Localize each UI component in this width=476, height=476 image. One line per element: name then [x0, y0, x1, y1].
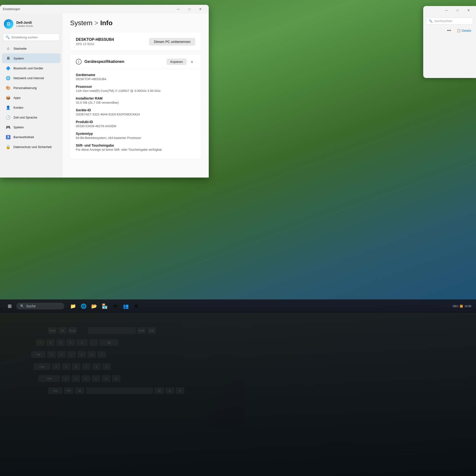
sidebar-item-label: Barrierefreiheit — [14, 135, 34, 139]
sidebar-item-netzwerk[interactable]: 🌐 Netzwerk und Internet — [2, 73, 60, 83]
spec-label-systemtyp: Systemtyp — [76, 132, 195, 136]
key — [88, 327, 136, 334]
taskbar-right: DEU 📶 14:30 — [453, 305, 471, 308]
sidebar-item-system[interactable]: 🖥 System — [2, 53, 60, 63]
taskbar-explorer-icon[interactable]: 📂 — [89, 301, 99, 311]
sidebar-item-personalisierung[interactable]: 🎨 Personalisierung — [2, 83, 60, 93]
search-icon: 🔍 — [429, 19, 433, 23]
clock: 14:30 — [464, 305, 471, 307]
language-indicator: DEU — [453, 305, 458, 307]
settings-window: Einstellungen — □ ✕ D Dell-Jordi — [0, 5, 209, 178]
sidebar-item-konten[interactable]: 👤 Konten — [2, 103, 60, 112]
sidebar-user[interactable]: D Dell-Jordi Lokales Konto — [0, 16, 62, 34]
info-icon: i — [76, 59, 82, 65]
maximize-button[interactable]: □ — [184, 5, 195, 13]
second-toolbar: ••• 📋 Details — [426, 27, 473, 34]
rename-pc-button[interactable]: Diesen PC umbenennen — [149, 38, 195, 46]
key: Shift — [38, 375, 60, 382]
main-content: System > Info DESKTOP-HBSSUB4 XPS 13 931… — [62, 14, 209, 178]
key: d — [72, 363, 81, 370]
spec-row-produktid: Produkt-ID 00330-53439-46278-AAOEM — [76, 120, 195, 128]
sidebar-search[interactable]: 🔍 — [3, 34, 60, 41]
sidebar-item-label: Apps — [14, 96, 21, 100]
taskbar: ⊞ 🔍 Suche 📁 🌐 📂 🏪 ✉ 👥 ⚙ DEU 📶 14:30 — [0, 299, 476, 313]
spec-row-geraeteid: Geräte-ID 32DB7AE7-3322-46A6-91E8-E62FD6… — [76, 108, 195, 116]
key: Druck — [48, 327, 57, 334]
sidebar-item-spielen[interactable]: 🎮 Spielen — [2, 122, 60, 132]
copy-specs-button[interactable]: Kopieren — [167, 59, 187, 65]
avatar: D — [4, 19, 14, 29]
device-info: DESKTOP-HBSSUB4 XPS 13 9310 — [76, 37, 114, 46]
sidebar-item-label: Netzwerk und Internet — [14, 76, 44, 80]
key: u — [57, 351, 66, 358]
spec-value-prozessor: 11th Gen Intel(R) Core(TM) i7-1185G7 @ 3… — [76, 89, 195, 93]
search-input[interactable] — [12, 35, 57, 39]
key: Tab — [31, 351, 46, 358]
key: b — [102, 375, 110, 382]
sidebar-item-bluetooth[interactable]: 🔷 Bluetooth und Geräte — [2, 63, 60, 73]
second-search-bar[interactable]: 🔍 durchsuchen — [426, 17, 473, 24]
konten-icon: 👤 — [6, 105, 11, 110]
specs-title: i Gerätespezifikationen — [76, 59, 124, 65]
sidebar: D Dell-Jordi Lokales Konto 🔍 ⌂ Startseit… — [0, 14, 62, 178]
spec-value-ram: 32,0 GB (31,7 GB verwendbar) — [76, 101, 195, 104]
second-maximize-button[interactable]: □ — [452, 6, 463, 14]
close-button[interactable]: ✕ — [195, 5, 206, 13]
spacebar-key — [86, 387, 153, 394]
collapse-specs-button[interactable]: ∧ — [188, 58, 195, 65]
spec-value-systemtyp: 64-Bit-Betriebssystem, x64-basierter Pro… — [76, 136, 195, 140]
taskbar-teams-icon[interactable]: 👥 — [121, 301, 131, 311]
user-account-type: Lokales Konto — [16, 24, 33, 27]
second-window-titlebar: — □ ✕ — [423, 6, 476, 15]
second-minimize-button[interactable]: — — [441, 6, 452, 14]
sidebar-item-datenschutz[interactable]: 🔒 Datenschutz und Sicherheit — [2, 142, 60, 152]
breadcrumb: System > Info — [70, 19, 113, 27]
window-titlebar: Einstellungen — □ ✕ — [0, 5, 209, 14]
specs-section: i Gerätespezifikationen Kopieren ∧ Gerät… — [70, 54, 201, 159]
key: Caps — [34, 363, 50, 370]
key: x — [71, 375, 80, 382]
taskbar-files-icon[interactable]: 📁 — [68, 301, 78, 311]
spielen-icon: 🎮 — [6, 125, 11, 130]
sidebar-item-startseite[interactable]: ⌂ Startseite — [2, 44, 60, 53]
spec-row-systemtyp: Systemtyp 64-Bit-Betriebssystem, x64-bas… — [76, 132, 195, 140]
minimize-button[interactable]: — — [173, 5, 184, 13]
second-search-placeholder: durchsuchen — [435, 19, 452, 23]
taskbar-settings-icon[interactable]: ⚙ — [132, 301, 141, 311]
key: z — [47, 351, 56, 358]
details-button[interactable]: 📋 Details — [455, 28, 473, 33]
sidebar-item-label: Bluetooth und Geräte — [14, 67, 43, 70]
spec-label-geraeteid: Geräte-ID — [76, 108, 195, 112]
sidebar-item-label: Startseite — [14, 47, 27, 50]
start-button[interactable]: ⊞ — [5, 301, 14, 311]
spec-row-ram: Installierter RAM 32,0 GB (31,7 GB verwe… — [76, 96, 195, 104]
taskbar-mail-icon[interactable]: ✉ — [110, 301, 120, 311]
second-close-button[interactable]: ✕ — [463, 6, 474, 14]
taskbar-search[interactable]: 🔍 Suche — [16, 303, 64, 309]
sidebar-item-apps[interactable]: 📦 Apps — [2, 93, 60, 102]
apps-icon: 📦 — [6, 95, 11, 100]
search-icon: 🔍 — [5, 35, 10, 39]
sidebar-item-zeit[interactable]: 🕐 Zeit und Sprache — [2, 113, 60, 122]
device-card: DESKTOP-HBSSUB4 XPS 13 9310 Diesen PC um… — [70, 33, 201, 51]
specs-content: Gerätename DESKTOP-HBSSUB4 Prozessor 11t… — [70, 69, 201, 159]
zeit-icon: 🕐 — [6, 115, 11, 120]
key: ▼ — [176, 387, 184, 394]
sidebar-item-barrierefreiheit[interactable]: ♿ Barrierefreiheit — [2, 132, 60, 142]
more-options-button[interactable]: ••• — [445, 27, 453, 34]
taskbar-edge-icon[interactable]: 🌐 — [79, 301, 88, 311]
key: c — [82, 375, 90, 382]
user-info: Dell-Jordi Lokales Konto — [16, 21, 33, 27]
key: Entf — [147, 327, 156, 334]
sidebar-item-label: Personalisierung — [14, 86, 37, 90]
key: Strg — [48, 387, 62, 394]
keyboard-area: Druck Rll Pause Ende Entf 7 8 9 0 ß ´ ⌫ … — [0, 308, 476, 476]
taskbar-store-icon[interactable]: 🏪 — [100, 301, 109, 311]
spec-value-produktid: 00330-53439-46278-AAOEM — [76, 124, 195, 128]
key: h — [102, 363, 111, 370]
wifi-icon: 📶 — [460, 305, 463, 308]
spec-value-geraeteid: 32DB7AE7-3322-46A6-91E8-E62FD6DC8424 — [76, 113, 195, 116]
key: y — [61, 375, 70, 382]
taskbar-icons: 📁 🌐 📂 🏪 ✉ 👥 ⚙ — [68, 301, 141, 311]
key: 7 — [36, 339, 45, 346]
